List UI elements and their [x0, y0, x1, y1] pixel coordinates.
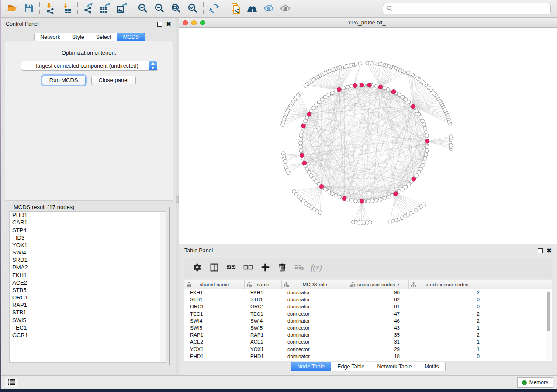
zoom-in-button[interactable] — [135, 1, 151, 16]
mcds-result-item[interactable]: ACE2 — [10, 279, 166, 287]
tab-select[interactable]: Select — [90, 33, 118, 41]
export-network-button[interactable] — [80, 1, 97, 16]
show-columns-button[interactable] — [208, 261, 221, 275]
optimization-criterion-dropdown[interactable]: largest connected component (undirected) — [21, 61, 158, 71]
delete-column-button[interactable] — [276, 261, 289, 275]
mcds-result-item[interactable]: STP4 — [10, 227, 166, 234]
tab-edge-table[interactable]: Edge Table — [331, 362, 371, 371]
import-table-button[interactable] — [59, 1, 75, 16]
column-header-name[interactable]: name — [245, 280, 282, 289]
cell-successor-nodes: 96 — [348, 289, 409, 296]
mcds-result-item[interactable]: PHD1 — [10, 212, 166, 219]
mcds-result-item[interactable]: SRD1 — [10, 257, 166, 264]
table-scrollbar-thumb[interactable] — [547, 292, 550, 331]
table-row[interactable]: FKH1FKH1dominator962 — [184, 289, 552, 296]
zoom-out-button[interactable] — [151, 1, 168, 16]
table-row[interactable]: PHD1PHD1dominator180 — [184, 353, 552, 360]
cell-successor-nodes: 62 — [348, 296, 409, 303]
table-row[interactable]: RAP1RAP1dominator352 — [184, 331, 552, 338]
export-image-button[interactable] — [113, 1, 130, 16]
show-graphics-button[interactable] — [277, 1, 294, 16]
cell-name: STB1 — [245, 296, 282, 303]
tab-style[interactable]: Style — [66, 33, 90, 41]
cell-successor-nodes: 46 — [348, 317, 409, 324]
mcds-result-item[interactable]: PMA2 — [10, 264, 166, 272]
mcds-result-item[interactable]: STB5 — [10, 287, 166, 294]
network-graph[interactable] — [179, 28, 557, 244]
tab-motifs[interactable]: Motifs — [418, 362, 445, 371]
tab-mcds[interactable]: MCDS — [117, 33, 145, 41]
open-file-button[interactable] — [4, 1, 21, 16]
mcds-result-item[interactable]: TID3 — [10, 234, 166, 242]
table-row[interactable]: ORC1ORC1dominator610 — [184, 303, 552, 310]
column-header-MCDS-role[interactable]: MCDS role — [282, 280, 348, 289]
hide-edges-button[interactable] — [260, 1, 277, 16]
mcds-result-item[interactable]: SWI5 — [10, 316, 166, 324]
refresh-icon — [209, 3, 219, 15]
float-panel-button[interactable] — [157, 22, 162, 27]
mcds-result-item[interactable]: ORC1 — [10, 294, 166, 302]
table-row[interactable]: TEC1TEC1connector472 — [184, 310, 552, 317]
save-session-button[interactable] — [21, 1, 37, 16]
refresh-button[interactable] — [206, 1, 222, 16]
table-row[interactable]: ACE2ACE2connector311 — [184, 338, 552, 345]
cell-predecessor-nodes: 2 — [409, 317, 485, 324]
splitter-grip[interactable] — [176, 196, 179, 203]
mcds-result-list[interactable]: PHD1CAR1STP4TID3YOX1SWI4SRD1PMA2FKH1ACE2… — [9, 211, 166, 363]
add-column-button[interactable] — [259, 261, 272, 275]
unchecked-boxes-icon — [243, 262, 253, 273]
mcds-result-item[interactable]: STB1 — [10, 309, 166, 316]
table-settings-button[interactable] — [190, 261, 204, 275]
mcds-result-item[interactable]: FKH1 — [10, 272, 166, 279]
column-header-successor-nodes[interactable]: successor nodes▾ — [348, 280, 409, 289]
float-table-panel-button[interactable] — [538, 248, 543, 253]
table-row[interactable]: STB1STB1dominator620 — [184, 296, 552, 303]
mcds-result-item[interactable]: YOX1 — [10, 242, 166, 249]
column-header-shared-name[interactable]: shared name — [184, 280, 245, 289]
cell-shared-name: STB1 — [184, 296, 245, 303]
vertical-splitter[interactable] — [176, 18, 179, 375]
table-scrollbar[interactable] — [546, 291, 551, 360]
tab-node-table[interactable]: Node Table — [291, 362, 331, 371]
deselect-all-button[interactable] — [242, 261, 255, 275]
mcds-result-item[interactable]: CAR1 — [10, 219, 166, 227]
tab-network[interactable]: Network — [34, 33, 66, 41]
export-table-button[interactable] — [97, 1, 113, 16]
close-panel-button[interactable]: Close panel — [91, 76, 136, 85]
mcds-result-item[interactable]: TEC1 — [10, 324, 166, 332]
floppy-disk-icon — [24, 3, 34, 15]
table-row[interactable]: SWI5SWI5connector431 — [184, 324, 552, 331]
dropdown-selected-value: largest connected component (undirected) — [21, 63, 149, 69]
column-header-predecessor-nodes[interactable]: predecessor nodes — [409, 280, 485, 289]
mcds-result-item[interactable]: GCR1 — [10, 332, 166, 339]
table-row[interactable]: SWI4SWI4dominator462 — [184, 317, 552, 324]
task-history-button[interactable] — [5, 378, 18, 387]
network-window-titlebar[interactable]: YPA_prune.txt_1 — [179, 18, 557, 28]
table-row[interactable]: YOX1YOX1connector291 — [184, 346, 552, 353]
select-all-button[interactable] — [225, 261, 238, 275]
run-mcds-button[interactable]: Run MCDS — [42, 76, 86, 85]
function-builder-button[interactable]: f(x) — [310, 261, 323, 275]
mcds-list-scrollbar[interactable] — [160, 212, 166, 362]
cell-shared-name: ACE2 — [184, 338, 245, 345]
clone-network-button[interactable] — [227, 1, 244, 16]
table-panel-tabs: Node TableEdge TableNetwork TableMotifs — [179, 362, 557, 371]
tab-network-table[interactable]: Network Table — [371, 362, 419, 371]
delete-table-button[interactable] — [293, 261, 306, 275]
close-panel-icon[interactable]: ✖ — [166, 22, 171, 27]
mcds-result-item[interactable]: SWI4 — [10, 249, 166, 257]
network-canvas[interactable] — [179, 28, 557, 244]
search-input[interactable] — [395, 6, 547, 12]
zoom-selected-button[interactable] — [184, 1, 201, 16]
control-panel-tabs: NetworkStyleSelectMCDS — [34, 33, 145, 41]
mcds-result-item[interactable]: RAP1 — [10, 302, 166, 309]
fx-icon: f(x) — [311, 263, 322, 272]
memory-button[interactable]: Memory — [517, 377, 553, 388]
network-search-box[interactable] — [383, 3, 551, 14]
import-network-button[interactable] — [42, 1, 59, 16]
cell-MCDS-role: dominator — [282, 353, 348, 360]
cell-successor-nodes: 43 — [348, 324, 409, 331]
zoom-fit-button[interactable] — [168, 1, 184, 16]
close-table-panel-icon[interactable]: ✖ — [547, 248, 552, 253]
search-network-button[interactable] — [244, 1, 260, 16]
